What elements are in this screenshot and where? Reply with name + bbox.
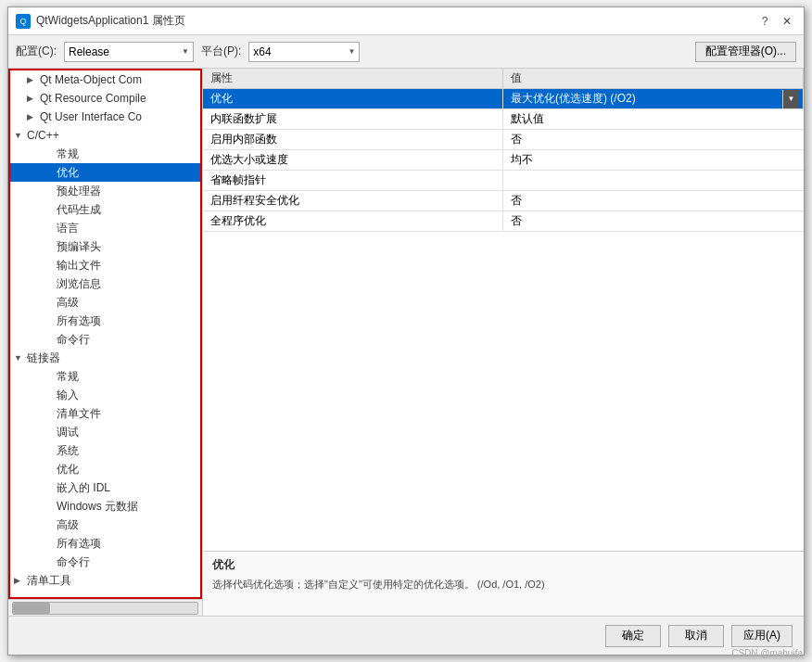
props-name-cell: 内联函数扩展 bbox=[203, 109, 503, 129]
config-manager-button[interactable]: 配置管理器(O)... bbox=[695, 42, 796, 62]
props-row[interactable]: 内联函数扩展默认值 bbox=[203, 109, 804, 130]
tree-item[interactable]: 代码生成 bbox=[10, 200, 200, 219]
tree-item[interactable]: 输出文件 bbox=[10, 256, 200, 274]
desc-title: 优化 bbox=[212, 557, 794, 573]
tree-item-label: Qt User Interface Co bbox=[40, 110, 142, 123]
props-value-cell: 否 bbox=[503, 191, 804, 210]
close-button[interactable]: ✕ bbox=[778, 12, 796, 31]
tree-item[interactable]: 清单文件 bbox=[10, 404, 200, 423]
tree-item[interactable]: 常规 bbox=[10, 145, 200, 163]
props-row[interactable]: 优选大小或速度均不 bbox=[203, 150, 804, 171]
tree-item[interactable]: ▶清单工具 bbox=[10, 571, 200, 590]
tree-item-label: 系统 bbox=[57, 443, 79, 459]
tree-item[interactable]: 所有选项 bbox=[10, 534, 200, 553]
props-name-cell: 省略帧指针 bbox=[203, 171, 503, 190]
tree-container[interactable]: ▶Qt Meta-Object Com▶Qt Resource Compile▶… bbox=[8, 69, 202, 599]
tree-item[interactable]: ▶Qt User Interface Co bbox=[10, 108, 200, 126]
tree-item[interactable]: 命令行 bbox=[10, 553, 200, 571]
tree-item[interactable]: 预编译头 bbox=[10, 237, 200, 256]
tree-hscroll[interactable] bbox=[12, 602, 198, 615]
tree-item[interactable]: ▼C/C++ bbox=[10, 126, 200, 145]
tree-item[interactable]: 所有选项 bbox=[10, 312, 200, 330]
help-button[interactable]: ? bbox=[755, 12, 774, 31]
config-select-arrow-icon: ▼ bbox=[182, 47, 189, 56]
tree-item[interactable]: ▶Qt Resource Compile bbox=[10, 89, 200, 108]
config-label: 配置(C): bbox=[16, 44, 57, 59]
tree-item-label: 预处理器 bbox=[57, 184, 101, 199]
hscroll-thumb bbox=[13, 603, 50, 614]
tree-item-label: 浏览信息 bbox=[57, 276, 101, 292]
tree-item-label: 代码生成 bbox=[57, 202, 101, 218]
props-name-cell: 优化 bbox=[203, 89, 503, 108]
tree-item-label: 清单工具 bbox=[27, 573, 71, 589]
cancel-button[interactable]: 取消 bbox=[668, 625, 724, 647]
description-area: 优化 选择代码优化选项；选择"自定义"可使用特定的优化选项。 (/Od, /O1… bbox=[203, 551, 804, 616]
platform-select-value: x64 bbox=[253, 45, 348, 58]
title-bar-left: Q QtWidgetsApplication1 属性页 bbox=[16, 13, 185, 29]
tree-item[interactable]: 系统 bbox=[10, 441, 200, 460]
tree-item[interactable]: 高级 bbox=[10, 516, 200, 534]
tree-item[interactable]: ▼链接器 bbox=[10, 349, 200, 367]
props-table: 属性 值 优化最大优化(优选速度) (/O2)▼内联函数扩展默认值启用内部函数否… bbox=[203, 69, 804, 551]
toolbar: 配置(C): Release ▼ 平台(P): x64 ▼ 配置管理器(O)..… bbox=[8, 35, 804, 69]
props-row[interactable]: 启用纤程安全优化否 bbox=[203, 191, 804, 211]
desc-text: 选择代码优化选项；选择"自定义"可使用特定的优化选项。 (/Od, /O1, /… bbox=[212, 577, 794, 592]
tree-item[interactable]: 输入 bbox=[10, 386, 200, 404]
props-row[interactable]: 优化最大优化(优选速度) (/O2)▼ bbox=[203, 89, 804, 109]
tree-item-label: Qt Meta-Object Com bbox=[40, 73, 142, 86]
tree-item[interactable]: 嵌入的 IDL bbox=[10, 478, 200, 497]
tree-item[interactable]: 命令行 bbox=[10, 330, 200, 349]
props-name-cell: 启用内部函数 bbox=[203, 130, 503, 149]
tree-item[interactable]: 浏览信息 bbox=[10, 274, 200, 293]
tree-item-label: 嵌入的 IDL bbox=[57, 480, 110, 496]
tree-item-label: C/C++ bbox=[27, 129, 59, 142]
watermark: CSDN @mahuifa bbox=[731, 648, 803, 658]
ok-button[interactable]: 确定 bbox=[605, 625, 661, 647]
tree-item[interactable]: 语言 bbox=[10, 219, 200, 237]
tree-item[interactable]: 优化 bbox=[10, 163, 200, 182]
props-row[interactable]: 省略帧指针 bbox=[203, 171, 804, 191]
tree-item[interactable]: Windows 元数据 bbox=[10, 497, 200, 516]
main-content: ▶Qt Meta-Object Com▶Qt Resource Compile▶… bbox=[8, 69, 804, 616]
tree-item-label: 常规 bbox=[57, 369, 79, 385]
main-window: Q QtWidgetsApplication1 属性页 ? ✕ 配置(C): R… bbox=[7, 6, 805, 656]
tree-item[interactable]: 优化 bbox=[10, 460, 200, 478]
title-bar: Q QtWidgetsApplication1 属性页 ? ✕ bbox=[8, 7, 804, 35]
config-select[interactable]: Release ▼ bbox=[64, 42, 194, 62]
tree-item[interactable]: 调试 bbox=[10, 423, 200, 441]
props-rows-container: 优化最大优化(优选速度) (/O2)▼内联函数扩展默认值启用内部函数否优选大小或… bbox=[203, 89, 804, 232]
platform-select[interactable]: x64 ▼ bbox=[248, 42, 360, 62]
tree-item-label: 高级 bbox=[57, 295, 79, 311]
app-icon: Q bbox=[16, 14, 31, 29]
props-name-cell: 优选大小或速度 bbox=[203, 150, 503, 170]
props-value-cell: 默认值 bbox=[503, 109, 804, 129]
props-row[interactable]: 全程序优化否 bbox=[203, 211, 804, 232]
props-row[interactable]: 启用内部函数否 bbox=[203, 130, 804, 150]
props-header: 属性 值 bbox=[203, 69, 804, 89]
tree-item-label: 链接器 bbox=[27, 350, 60, 366]
apply-button[interactable]: 应用(A) bbox=[731, 625, 793, 647]
props-name-cell: 启用纤程安全优化 bbox=[203, 191, 503, 210]
props-value-text: 最大优化(优选速度) (/O2) bbox=[507, 91, 782, 107]
right-panel: 属性 值 优化最大优化(优选速度) (/O2)▼内联函数扩展默认值启用内部函数否… bbox=[203, 69, 804, 616]
tree-item-label: 优化 bbox=[57, 462, 79, 477]
tree-item[interactable]: ▶Qt Meta-Object Com bbox=[10, 70, 200, 89]
tree-arrow-icon: ▼ bbox=[14, 131, 27, 140]
props-dropdown-arrow-icon[interactable]: ▼ bbox=[782, 90, 799, 108]
props-col2-header: 值 bbox=[503, 69, 804, 88]
tree-item[interactable]: 高级 bbox=[10, 293, 200, 312]
tree-item-label: 所有选项 bbox=[57, 313, 101, 329]
left-panel: ▶Qt Meta-Object Com▶Qt Resource Compile▶… bbox=[8, 69, 203, 616]
tree-item-label: 高级 bbox=[57, 517, 79, 533]
props-value-dropdown-cell[interactable]: 最大优化(优选速度) (/O2)▼ bbox=[503, 89, 804, 108]
tree-item[interactable]: 常规 bbox=[10, 367, 200, 386]
props-value-cell: 否 bbox=[503, 211, 804, 231]
tree-item-label: 优化 bbox=[57, 165, 79, 181]
tree-item[interactable]: 预处理器 bbox=[10, 182, 200, 200]
bottom-bar: 确定 取消 应用(A) bbox=[8, 616, 804, 655]
tree-item-label: Windows 元数据 bbox=[57, 499, 138, 515]
tree-arrow-icon: ▼ bbox=[14, 353, 27, 363]
props-name-cell: 全程序优化 bbox=[203, 211, 503, 231]
config-select-value: Release bbox=[69, 45, 182, 58]
title-bar-controls: ? ✕ bbox=[755, 12, 796, 31]
